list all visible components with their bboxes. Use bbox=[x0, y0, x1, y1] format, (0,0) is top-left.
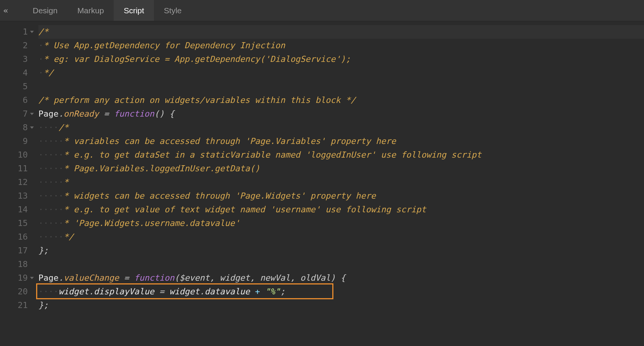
code-editor[interactable]: 123456789101112131415161718192021 /*·* U… bbox=[0, 21, 644, 346]
line-number[interactable]: 9 bbox=[0, 134, 29, 148]
line-number[interactable]: 1 bbox=[0, 25, 29, 39]
code-token: widget bbox=[59, 287, 89, 296]
code-line[interactable]: }; bbox=[38, 299, 644, 312]
code-token bbox=[164, 287, 169, 296]
code-token: . bbox=[59, 273, 63, 283]
code-token: widget bbox=[169, 287, 199, 296]
line-number[interactable]: 7 bbox=[0, 107, 29, 121]
line-number[interactable]: 18 bbox=[0, 258, 29, 271]
code-token: . bbox=[200, 287, 205, 296]
code-token: Page bbox=[38, 109, 59, 118]
line-number[interactable]: 5 bbox=[0, 80, 29, 93]
tab-design[interactable]: Design bbox=[23, 0, 67, 21]
line-number[interactable]: 17 bbox=[0, 244, 29, 258]
code-token: ···· bbox=[38, 287, 59, 296]
code-line[interactable]: /* bbox=[38, 25, 644, 39]
code-area[interactable]: /*·* Use App.getDependency for Dependenc… bbox=[36, 21, 644, 346]
code-line[interactable]: ·····* e.g. to get dataSet in a staticVa… bbox=[38, 148, 644, 162]
code-token: * Page.Variables.loggedInUser.getData() bbox=[63, 164, 260, 173]
code-token: ) bbox=[330, 273, 335, 283]
code-line[interactable]: ·····* 'Page.Widgets.username.datavalue' bbox=[38, 216, 644, 230]
code-line[interactable]: }; bbox=[38, 244, 644, 258]
code-token: onReady bbox=[63, 109, 99, 118]
code-token: widget bbox=[220, 273, 250, 283]
code-token: ····· bbox=[38, 177, 63, 187]
code-token bbox=[119, 273, 124, 283]
code-token: ····· bbox=[38, 191, 63, 201]
line-number[interactable]: 15 bbox=[0, 216, 29, 230]
line-number[interactable]: 14 bbox=[0, 203, 29, 216]
fold-toggle-icon[interactable] bbox=[30, 31, 34, 33]
code-token: ; bbox=[280, 287, 285, 296]
code-token: valueChange bbox=[63, 273, 119, 283]
code-token: , bbox=[209, 273, 220, 283]
code-line[interactable]: ·····*/ bbox=[38, 230, 644, 244]
code-token: oldVal bbox=[300, 273, 330, 283]
line-number[interactable]: 19 bbox=[0, 271, 29, 285]
code-line[interactable]: /* perform any action on widgets/variabl… bbox=[38, 93, 644, 107]
code-line[interactable] bbox=[38, 80, 644, 93]
code-token: + bbox=[255, 287, 260, 296]
code-line[interactable]: ·* eg: var DialogService = App.getDepend… bbox=[38, 52, 644, 66]
line-number[interactable]: 10 bbox=[0, 148, 29, 162]
code-token: () bbox=[154, 109, 165, 118]
code-line[interactable]: Page.onReady = function() { bbox=[38, 107, 644, 121]
code-line[interactable]: ·····* bbox=[38, 175, 644, 189]
code-line[interactable]: Page.valueChange = function($event, widg… bbox=[38, 271, 644, 285]
code-token bbox=[154, 287, 159, 296]
line-number[interactable]: 3 bbox=[0, 52, 29, 66]
code-token bbox=[336, 273, 341, 283]
code-token: * 'Page.Widgets.username.datavalue' bbox=[63, 218, 240, 228]
code-line[interactable]: ·*/ bbox=[38, 66, 644, 80]
line-number[interactable]: 6 bbox=[0, 93, 29, 107]
line-number[interactable]: 8 bbox=[0, 121, 29, 134]
code-token: { bbox=[341, 273, 346, 283]
code-token: ····· bbox=[38, 205, 63, 214]
tab-label: Design bbox=[33, 6, 57, 15]
code-token bbox=[99, 109, 104, 118]
code-token: datavalue bbox=[205, 287, 250, 296]
code-line[interactable]: ····/* bbox=[38, 121, 644, 134]
code-token: . bbox=[89, 287, 94, 296]
code-token: * Use App.getDependency for Dependency I… bbox=[43, 41, 285, 50]
code-line[interactable]: ·* Use App.getDependency for Dependency … bbox=[38, 39, 644, 52]
code-token: * widgets can be accessed through 'Page.… bbox=[63, 191, 376, 201]
code-token: * eg: var DialogService = App.getDepende… bbox=[43, 54, 351, 64]
code-token: · bbox=[38, 68, 43, 77]
tab-markup[interactable]: Markup bbox=[67, 0, 114, 21]
code-token: /* perform any action on widgets/variabl… bbox=[38, 95, 355, 105]
code-token: ····· bbox=[38, 218, 63, 228]
tab-style[interactable]: Style bbox=[154, 0, 192, 21]
line-number[interactable]: 20 bbox=[0, 285, 29, 299]
line-number[interactable]: 13 bbox=[0, 189, 29, 203]
collapse-button[interactable]: « bbox=[0, 0, 11, 21]
fold-toggle-icon[interactable] bbox=[30, 126, 34, 129]
code-line[interactable]: ····widget.displayValue = widget.dataval… bbox=[38, 285, 644, 299]
code-token: /* bbox=[59, 123, 69, 132]
tab-script[interactable]: Script bbox=[114, 0, 154, 21]
code-token: * e.g. to get value of text widget named… bbox=[63, 205, 426, 214]
fold-toggle-icon[interactable] bbox=[30, 277, 34, 279]
code-token: ( bbox=[174, 273, 179, 283]
fold-toggle-icon[interactable] bbox=[30, 113, 34, 115]
code-token: Page bbox=[38, 273, 59, 283]
code-line[interactable] bbox=[38, 258, 644, 271]
code-line[interactable]: ·····* Page.Variables.loggedInUser.getDa… bbox=[38, 162, 644, 175]
code-token: */ bbox=[43, 68, 54, 77]
line-number[interactable]: 2 bbox=[0, 39, 29, 52]
code-token: * e.g. to get dataSet in a staticVariabl… bbox=[63, 150, 481, 160]
line-number[interactable]: 4 bbox=[0, 66, 29, 80]
code-line[interactable]: ·····* variables can be accessed through… bbox=[38, 134, 644, 148]
line-number[interactable]: 12 bbox=[0, 175, 29, 189]
code-token: */ bbox=[63, 232, 74, 242]
line-number[interactable]: 21 bbox=[0, 299, 29, 312]
code-token: }; bbox=[38, 300, 49, 310]
line-number[interactable]: 16 bbox=[0, 230, 29, 244]
code-token: function bbox=[114, 109, 154, 118]
code-line[interactable]: ·····* widgets can be accessed through '… bbox=[38, 189, 644, 203]
code-token: , bbox=[250, 273, 260, 283]
topbar: « DesignMarkupScriptStyle bbox=[0, 0, 644, 21]
code-token bbox=[109, 109, 114, 118]
code-line[interactable]: ·····* e.g. to get value of text widget … bbox=[38, 203, 644, 216]
line-number[interactable]: 11 bbox=[0, 162, 29, 175]
